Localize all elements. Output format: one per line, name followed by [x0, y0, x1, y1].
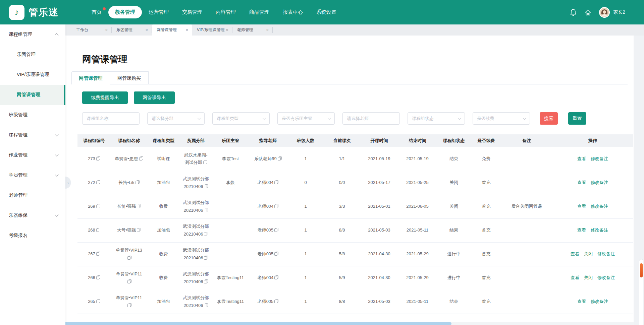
copy-icon[interactable]: [274, 252, 278, 256]
edit-remark-link[interactable]: 修改备注: [597, 275, 615, 280]
sidebar-item-course-group-mgmt[interactable]: 课程组管理: [0, 24, 65, 45]
copy-icon[interactable]: [96, 252, 100, 256]
horizontal-scrollbar-thumb[interactable]: [0, 322, 451, 325]
col-header-remark: 备注: [501, 134, 552, 147]
workspace-tab-orchestra[interactable]: 乐团管理×: [112, 24, 152, 36]
course-group-status-select[interactable]: 课程组状态: [408, 112, 465, 125]
copy-icon[interactable]: [204, 279, 208, 283]
sidebar-item-homework-mgmt[interactable]: 作业管理: [0, 145, 65, 165]
view-link[interactable]: 查看: [577, 156, 586, 161]
nav-item-academic[interactable]: 教务管理: [108, 6, 142, 18]
sidebar: 课程组管理 乐团管理 VIP/乐理课管理 网管课管理 班级管理 课程管理 作业管…: [0, 24, 65, 325]
copy-icon[interactable]: [204, 232, 208, 236]
close-icon[interactable]: ×: [266, 28, 269, 32]
col-header-teacher: 指导老师: [249, 134, 287, 147]
close-icon[interactable]: ×: [105, 28, 108, 32]
edit-remark-link[interactable]: 修改备注: [597, 251, 615, 256]
edit-remark-link[interactable]: 修改备注: [591, 180, 608, 185]
view-link[interactable]: 查看: [571, 251, 579, 256]
nav-item-reports[interactable]: 报表中心: [276, 6, 310, 18]
chevron-down-icon: [55, 152, 58, 156]
has-orchestra-manager-select[interactable]: 是否有乐团主管: [277, 112, 335, 125]
home-icon[interactable]: [584, 9, 592, 16]
edit-remark-link[interactable]: 修改备注: [591, 156, 608, 161]
workspace-tab-teacher[interactable]: 老师管理×: [232, 24, 273, 36]
view-link[interactable]: 查看: [577, 204, 586, 209]
copy-icon[interactable]: [96, 204, 100, 208]
nav-item-home[interactable]: 首页: [85, 6, 108, 18]
sidebar-item-student-mgmt[interactable]: 学员管理: [0, 165, 65, 185]
tab-online-course-purchase[interactable]: 网管课购买: [110, 71, 149, 84]
teacher-select[interactable]: 请选择老师: [342, 112, 400, 125]
copy-icon[interactable]: [139, 156, 143, 160]
copy-icon[interactable]: [274, 275, 278, 279]
copy-icon[interactable]: [96, 275, 100, 279]
tab-online-course-mgmt[interactable]: 网管课管理: [71, 71, 110, 84]
edit-remark-link[interactable]: 修改备注: [591, 299, 608, 304]
branch-select[interactable]: 请选择分部: [147, 112, 205, 125]
close-icon[interactable]: ×: [226, 28, 228, 32]
nav-item-transactions[interactable]: 交易管理: [175, 6, 209, 18]
sidebar-item-vip-theory-mgmt[interactable]: VIP/乐理课管理: [0, 65, 65, 85]
workspace-tab-vip-theory[interactable]: VIP/乐理课管理×: [192, 24, 232, 36]
reset-button[interactable]: 重置: [568, 112, 586, 125]
copy-icon[interactable]: [136, 180, 140, 184]
renew-reminder-export-button[interactable]: 续费提醒导出: [82, 91, 128, 104]
close-icon[interactable]: ×: [145, 28, 148, 32]
top-nav-menu: 首页 教务管理 运营管理 交易管理 内容管理 商品管理 报表中心 系统设置: [85, 6, 343, 18]
copy-icon[interactable]: [127, 303, 131, 307]
renew-status-select[interactable]: 是否续费: [473, 112, 530, 125]
copy-icon[interactable]: [127, 279, 131, 283]
view-link[interactable]: 查看: [577, 227, 586, 233]
copy-icon[interactable]: [274, 204, 278, 208]
nav-item-settings[interactable]: 系统设置: [310, 6, 343, 18]
sidebar-item-teacher-mgmt[interactable]: 老师管理: [0, 185, 65, 205]
copy-icon[interactable]: [96, 228, 100, 232]
copy-icon[interactable]: [137, 204, 141, 208]
close-link[interactable]: 关闭: [584, 251, 593, 256]
bell-icon[interactable]: [570, 9, 577, 16]
copy-icon[interactable]: [96, 299, 100, 303]
workspace-tab-online-course[interactable]: 网管课管理×: [152, 24, 192, 36]
user-avatar[interactable]: [599, 7, 610, 18]
edit-remark-link[interactable]: 修改备注: [591, 204, 608, 209]
copy-icon[interactable]: [274, 299, 278, 303]
nav-item-operations[interactable]: 运营管理: [142, 6, 175, 18]
close-icon[interactable]: ×: [185, 28, 188, 32]
workspace-tab-workbench[interactable]: 工作台×: [71, 24, 112, 36]
chevron-down-icon: [198, 116, 201, 120]
copy-icon[interactable]: [274, 180, 278, 184]
nav-item-content[interactable]: 内容管理: [209, 6, 243, 18]
copy-icon[interactable]: [137, 228, 141, 232]
sidebar-item-orchestra-mgmt[interactable]: 乐团管理: [0, 45, 65, 65]
search-button[interactable]: 搜索: [540, 112, 558, 125]
copy-icon[interactable]: [96, 156, 100, 160]
copy-icon[interactable]: [204, 256, 208, 260]
course-group-name-input[interactable]: 课程组名称: [82, 112, 140, 125]
view-link[interactable]: 查看: [571, 275, 579, 280]
sidebar-item-online-course-mgmt[interactable]: 网管课管理: [0, 85, 65, 105]
copy-icon[interactable]: [96, 180, 100, 184]
nav-item-products[interactable]: 商品管理: [243, 6, 276, 18]
copy-icon[interactable]: [274, 228, 278, 232]
username-label[interactable]: 家长2: [613, 9, 625, 15]
sidebar-item-course-mgmt[interactable]: 课程管理: [0, 125, 65, 145]
copy-icon[interactable]: [278, 156, 282, 160]
course-group-type-select[interactable]: 课程组类型: [212, 112, 270, 125]
online-course-export-button[interactable]: 网管课导出: [134, 91, 175, 104]
sidebar-item-class-mgmt[interactable]: 班级管理: [0, 105, 65, 125]
edit-remark-link[interactable]: 修改备注: [591, 227, 608, 233]
close-link[interactable]: 关闭: [584, 275, 593, 280]
copy-icon[interactable]: [204, 184, 208, 188]
sidebar-item-instrument-maintenance[interactable]: 乐器维保: [0, 205, 65, 225]
sidebar-item-exam-registration[interactable]: 考级报名: [0, 225, 65, 246]
copy-icon[interactable]: [203, 160, 207, 164]
view-link[interactable]: 查看: [577, 299, 586, 304]
vertical-scrollbar-thumb[interactable]: [640, 263, 643, 277]
copy-icon[interactable]: [127, 256, 131, 260]
view-link[interactable]: 查看: [577, 180, 586, 185]
copy-icon[interactable]: [204, 303, 208, 307]
copy-icon[interactable]: [204, 208, 208, 212]
table-row: 268 大号•强强 加油包 武汉测试分部 20210406 老师005 1 8/…: [77, 218, 633, 242]
col-header-id: 课程组编号: [77, 134, 111, 147]
